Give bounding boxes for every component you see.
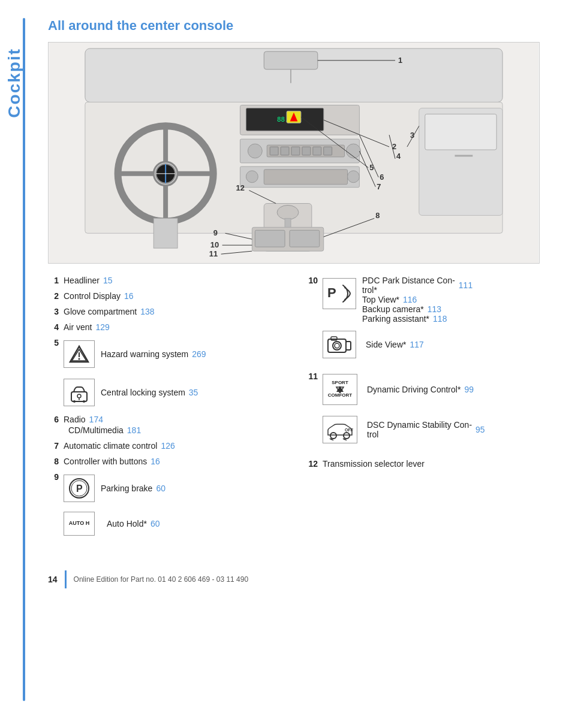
item-link[interactable]: 181 [127, 425, 141, 435]
item-number: 6 [48, 415, 59, 424]
item-text: Parking assistant* [362, 314, 429, 324]
item-link[interactable]: 35 [189, 388, 198, 397]
list-item: 12 Transmission selector lever [307, 459, 548, 469]
hazard-icon [69, 344, 89, 364]
item-text: Hazard warning system [101, 349, 188, 359]
item-text: Side View* [366, 340, 406, 349]
item-link[interactable]: 99 [464, 385, 474, 394]
svg-text:5: 5 [369, 163, 374, 172]
svg-rect-36 [425, 114, 496, 150]
svg-text:P: P [76, 484, 83, 494]
svg-text:1: 1 [398, 56, 402, 65]
svg-text:4: 4 [396, 152, 401, 161]
parking-brake-icon: P [68, 477, 91, 500]
item-text: Headliner [64, 276, 100, 285]
svg-rect-23 [281, 147, 289, 155]
item-link[interactable]: 60 [156, 484, 165, 493]
item-link[interactable]: 15 [103, 276, 113, 285]
svg-point-70 [79, 358, 80, 360]
item-text: Parking brake [101, 484, 152, 493]
svg-point-88 [344, 433, 350, 439]
page-footer: 14 Online Edition for Part no. 01 40 2 6… [48, 564, 548, 588]
item-link[interactable]: 138 [140, 307, 154, 316]
svg-rect-2 [264, 52, 318, 70]
list-item: 1 Headliner 15 [48, 276, 289, 285]
autoh-icon-box: AUTO H [64, 512, 95, 536]
item-text: Backup camera* [362, 304, 424, 314]
item-link[interactable]: 60 [150, 519, 160, 528]
item-text: Control Display [64, 291, 121, 301]
svg-text:10: 10 [210, 240, 219, 249]
item-number: 5 [48, 338, 59, 348]
svg-text:3: 3 [410, 131, 414, 140]
item-text: Radio [64, 415, 86, 424]
sport-label: SPORT [332, 380, 348, 386]
list-item: 8 Controller with buttons 16 [48, 457, 289, 466]
list-item: 11 SPORT COMFORT [307, 371, 548, 446]
svg-rect-26 [313, 147, 321, 155]
svg-point-30 [348, 171, 360, 183]
list-item: 7 Automatic climate control 126 [48, 441, 289, 451]
svg-rect-84 [346, 342, 351, 350]
item-text: PDC Park Distance Con-trol* [362, 276, 455, 295]
svg-text:8: 8 [375, 211, 380, 220]
page-title: All around the center console [48, 18, 548, 34]
item-number: 4 [48, 322, 59, 332]
item-link[interactable]: 116 [403, 295, 417, 304]
cockpit-label: Cockpit [5, 48, 24, 118]
item-number: 9 [48, 472, 59, 482]
item-number: 2 [48, 291, 59, 301]
list-item: 5 Haz [48, 338, 289, 370]
svg-point-72 [77, 394, 81, 398]
item-link[interactable]: 126 [161, 441, 174, 451]
item-text: Central locking system [101, 388, 185, 397]
item-link[interactable]: 117 [410, 340, 423, 349]
item-number: 7 [48, 441, 59, 451]
item-link[interactable]: 118 [433, 314, 447, 324]
sport-comfort-icon-box: SPORT COMFORT [323, 374, 357, 405]
list-item: Central locking system 35 [48, 376, 289, 409]
svg-text:7: 7 [377, 182, 381, 191]
item-text: Top View* [362, 295, 399, 304]
svg-rect-25 [302, 147, 311, 155]
svg-text:6: 6 [380, 173, 384, 182]
item-text: CD/Multimedia [68, 425, 124, 435]
left-column: 1 Headliner 15 2 Control Display 1 [48, 276, 289, 540]
item-link[interactable]: 16 [150, 457, 160, 466]
content-grid: 1 Headliner 15 2 Control Display 1 [48, 276, 548, 540]
item-number: 12 [307, 459, 318, 469]
svg-rect-14 [153, 218, 177, 248]
item-link[interactable]: 269 [192, 349, 206, 359]
camera-icon-box [323, 331, 356, 358]
footer-divider [65, 570, 67, 588]
sidebar-bar [23, 18, 25, 701]
svg-point-20 [347, 144, 361, 158]
svg-point-82 [335, 343, 339, 348]
svg-rect-24 [291, 147, 300, 155]
svg-text:P: P [327, 285, 336, 300]
page-number: 14 [48, 575, 58, 584]
svg-point-75 [83, 400, 85, 403]
item-link[interactable]: 174 [89, 415, 103, 424]
svg-rect-42 [290, 230, 320, 247]
item-text: Controller with buttons [64, 457, 147, 466]
hazard-icon-box [64, 340, 95, 368]
item-link[interactable]: 111 [459, 280, 472, 290]
svg-text:9: 9 [213, 228, 218, 237]
item-number: 1 [48, 276, 59, 285]
item-link[interactable]: 113 [428, 304, 441, 314]
item-link[interactable]: 16 [124, 291, 134, 301]
item-text: DSC Dynamic Stability Con-trol [367, 420, 472, 439]
item-number: 3 [48, 307, 59, 316]
item-number: 11 [307, 371, 318, 381]
item-text: Automatic climate control [64, 441, 157, 451]
parking-brake-icon-box: P [64, 475, 95, 502]
footer-text: Online Edition for Part no. 01 40 2 606 … [74, 575, 249, 584]
svg-rect-41 [255, 230, 285, 247]
item-link[interactable]: 129 [95, 322, 109, 332]
lock-icon-box [64, 379, 95, 406]
lock-icon [69, 382, 89, 403]
item-text: Dynamic Driving Control* [367, 385, 460, 394]
dsc-off-icon-box: OFF [323, 416, 357, 443]
item-link[interactable]: 95 [475, 425, 485, 434]
